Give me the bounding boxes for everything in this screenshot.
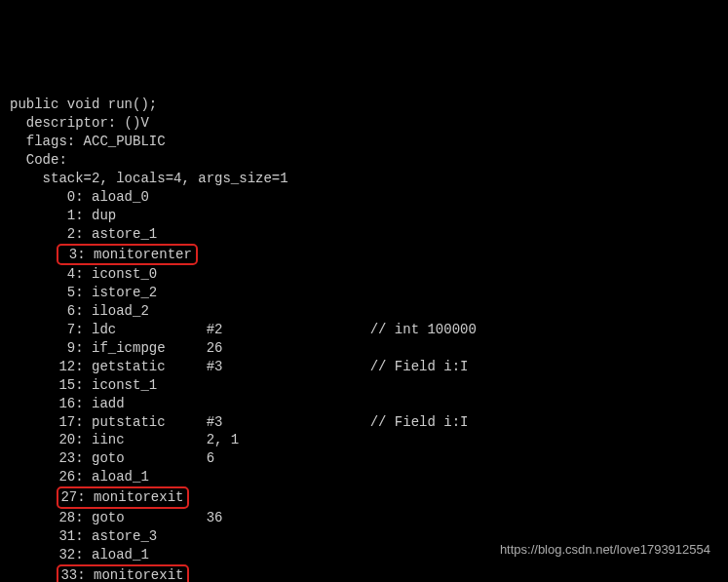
instr-28: 28: goto 36 [10,510,222,525]
instr-32: 32: aload_1 [10,547,149,563]
instr-31: 31: astore_3 [10,528,157,544]
instr-6: 6: iload_2 [10,303,149,319]
pad [10,489,58,505]
pad [10,247,58,262]
descriptor-line: descriptor: ()V [10,115,149,131]
instr-4: 4: iconst_0 [10,266,157,282]
instr-33-monitorexit-highlight: 33: monitorexit [57,564,189,582]
instr-15: 15: iconst_1 [10,377,157,393]
method-signature: public void run(); [10,97,157,112]
instr-1: 1: dup [10,208,116,223]
instr-23: 23: goto 6 [10,450,214,466]
instr-20: 20: iinc 2, 1 [10,432,239,447]
instr-9: 9: if_icmpge 26 [10,340,222,356]
code-label: Code: [10,152,67,168]
instr-5: 5: istore_2 [10,285,157,300]
bytecode-listing: public void run(); descriptor: ()V flags… [10,78,728,582]
stack-locals-line: stack=2, locals=4, args_size=1 [10,171,288,186]
instr-17: 17: putstatic #3 // Field i:I [10,414,468,430]
instr-16: 16: iadd [10,396,125,411]
instr-27-monitorexit-highlight: 27: monitorexit [57,486,189,509]
instr-3-monitorenter-highlight: 3: monitorenter [57,244,197,266]
pad [10,567,58,582]
instr-26: 26: aload_1 [10,469,149,485]
watermark: https://blog.csdn.net/love1793912554 [500,541,710,559]
instr-0: 0: aload_0 [10,189,149,205]
instr-7: 7: ldc #2 // int 100000 [10,322,477,337]
instr-2: 2: astore_1 [10,226,157,242]
instr-12: 12: getstatic #3 // Field i:I [10,359,468,374]
flags-line: flags: ACC_PUBLIC [10,134,166,149]
